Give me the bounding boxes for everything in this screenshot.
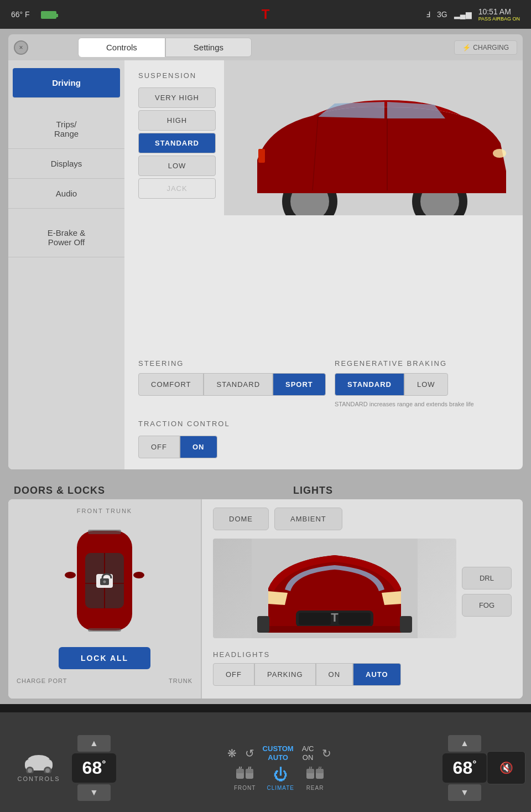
rear-hvac-button[interactable]: REAR — [305, 766, 325, 791]
recirculate-icon[interactable]: ↺ — [245, 747, 254, 760]
charging-button[interactable]: ⚡ CHARGING — [454, 40, 517, 55]
sidebar-item-ebrake[interactable]: E-Brake & Power Off — [8, 209, 124, 257]
regen-braking-group: REGENERATIVE BRAKING STANDARD LOW STANDA… — [335, 359, 509, 408]
airbag-status: PASS AIRBAG ON — [478, 16, 520, 22]
tab-settings[interactable]: Settings — [165, 38, 252, 57]
left-temp-up[interactable]: ▲ — [77, 735, 111, 752]
sidebar-item-audio[interactable]: Audio — [8, 179, 124, 209]
rear-seat-icon — [305, 766, 325, 780]
regen-low[interactable]: LOW — [404, 373, 448, 396]
steering-comfort[interactable]: COMFORT — [138, 373, 204, 396]
left-temp-display: 68° — [72, 753, 116, 783]
lights-side-buttons: DRL FOG — [462, 539, 512, 645]
traction-off[interactable]: OFF — [138, 436, 180, 458]
sidebar-item-trips[interactable]: Trips/ Range — [8, 100, 124, 149]
right-temp-down[interactable]: ▼ — [448, 784, 481, 801]
traction-label: TRACTION CONTROL — [138, 420, 509, 428]
driving-content: Driving Trips/ Range Displays Audio E-Br… — [8, 60, 523, 469]
fog-button[interactable]: FOG — [462, 594, 512, 617]
lights-header: LIGHTS — [293, 485, 333, 496]
tab-controls[interactable]: Controls — [78, 38, 165, 57]
climate-center: ❋ ↺ CUSTOMAUTO A/C ON ↻ — [116, 744, 442, 791]
steering-sport[interactable]: SPORT — [273, 373, 326, 396]
sidebar-item-driving[interactable]: Driving — [13, 68, 120, 98]
headlights-off[interactable]: OFF — [213, 663, 254, 686]
regen-standard[interactable]: STANDARD — [335, 373, 404, 396]
left-temp-control: ▲ 68° ▼ — [72, 735, 116, 801]
drl-button[interactable]: DRL — [462, 567, 512, 589]
regen-label: REGENERATIVE BRAKING — [335, 359, 509, 368]
steering-label: STEERING — [138, 359, 313, 368]
charge-port-label: CHARGE PORT — [17, 677, 67, 684]
close-button[interactable]: × — [14, 40, 28, 55]
svg-rect-22 — [299, 613, 331, 625]
svg-text:T: T — [331, 611, 339, 624]
svg-rect-26 — [257, 616, 269, 633]
sidebar-item-displays[interactable]: Displays — [8, 149, 124, 179]
svg-rect-23 — [339, 613, 371, 625]
headlights-buttons: OFF PARKING ON AUTO — [213, 663, 512, 686]
svg-point-16 — [65, 572, 76, 578]
lock-all-button[interactable]: LOCK ALL — [59, 647, 150, 669]
right-temp-control: ▲ 68° ▼ — [442, 735, 487, 801]
svg-point-15 — [103, 581, 106, 583]
climate-icons-row: ❋ ↺ CUSTOMAUTO A/C ON ↻ — [227, 744, 332, 762]
susp-btn-veryhigh[interactable]: VERY HIGH — [138, 87, 216, 108]
main-content: × Controls Settings ⚡ CHARGING Driving T… — [0, 29, 531, 704]
top-bar: × Controls Settings ⚡ CHARGING — [8, 34, 523, 60]
steering-standard[interactable]: STANDARD — [204, 373, 273, 396]
left-temp-down[interactable]: ▼ — [77, 784, 111, 801]
right-temp-up[interactable]: ▲ — [448, 735, 481, 752]
right-temp-display: 68° — [442, 753, 487, 783]
trunk-label: TRUNK — [169, 677, 192, 684]
traction-buttons: OFF ON — [138, 436, 509, 458]
svg-rect-25 — [266, 626, 404, 633]
ac-label: A/C ON — [302, 744, 314, 762]
custom-auto-button[interactable]: CUSTOMAUTO — [263, 744, 294, 762]
svg-point-30 — [28, 768, 32, 773]
doors-locks-header: DOORS & LOCKS — [14, 485, 105, 496]
svg-rect-40 — [316, 769, 324, 773]
climate-power-group: ⏻ CLIMATE — [267, 766, 294, 791]
bottom-bar-inner: CONTROLS ▲ 68° ▼ ❋ ↺ CUSTOMAUTO — [6, 735, 525, 801]
traction-on[interactable]: ON — [180, 436, 217, 458]
driving-panel: SUSPENSION VERY HIGH HIGH STANDARD LOW J… — [124, 60, 523, 469]
lights-panel: DOME AMBIENT — [202, 499, 523, 699]
doors-panel: FRONT TRUNK — [8, 499, 202, 699]
doors-lights-header: DOORS & LOCKS LIGHTS — [8, 479, 523, 499]
svg-rect-38 — [306, 769, 314, 773]
climate-label: CLIMATE — [267, 785, 294, 791]
climate-arrow-icon[interactable]: ↻ — [322, 747, 331, 760]
svg-rect-27 — [400, 616, 412, 633]
front-hvac-icon — [235, 766, 254, 783]
lights-top-buttons: DOME AMBIENT — [213, 508, 512, 530]
front-hvac-button[interactable]: FRONT — [234, 766, 256, 791]
traction-control-section: TRACTION CONTROL OFF ON — [138, 420, 509, 458]
bottom-bar: CONTROLS ▲ 68° ▼ ❋ ↺ CUSTOMAUTO — [0, 712, 531, 812]
svg-rect-34 — [236, 769, 244, 773]
network-label: 3G — [437, 10, 447, 19]
dome-button[interactable]: DOME — [213, 508, 269, 530]
susp-btn-high[interactable]: HIGH — [138, 110, 216, 131]
headlights-on[interactable]: ON — [316, 663, 353, 686]
headlights-parking[interactable]: PARKING — [254, 663, 316, 686]
rear-label: REAR — [306, 785, 324, 791]
front-label: FRONT — [234, 785, 256, 791]
susp-btn-jack[interactable]: JACK — [138, 178, 216, 199]
ambient-button[interactable]: AMBIENT — [274, 508, 342, 530]
susp-btn-low[interactable]: LOW — [138, 156, 216, 176]
susp-btn-standard[interactable]: STANDARD — [138, 133, 216, 153]
controls-section[interactable]: CONTROLS — [6, 748, 72, 788]
front-seat-icon — [235, 766, 254, 780]
headlights-auto[interactable]: AUTO — [353, 663, 401, 686]
fan-icon[interactable]: ❋ — [227, 747, 237, 760]
climate-power-icon[interactable]: ⏻ — [273, 766, 288, 783]
door-bottom-labels: CHARGE PORT TRUNK — [17, 677, 192, 684]
svg-rect-18 — [88, 530, 121, 534]
tabs-container: Controls Settings — [34, 38, 454, 57]
regen-buttons: STANDARD LOW — [335, 373, 509, 396]
right-status-icons: Ⅎ 3G ▂▄▆ 10:51 AM PASS AIRBAG ON — [426, 7, 520, 22]
time-display: 10:51 AM — [478, 7, 520, 16]
battery-icon — [41, 10, 56, 19]
mute-button[interactable]: 🔇 — [487, 751, 525, 784]
